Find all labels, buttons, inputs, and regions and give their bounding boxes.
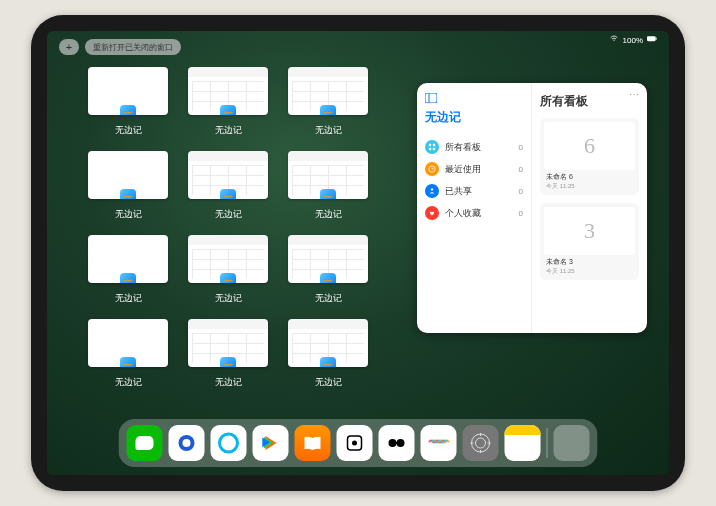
top-buttons: + 重新打开已关闭的窗口 [59,39,181,55]
freeform-app-icon [220,357,236,367]
boards-pane: 所有看板 6未命名 6今天 11:253未命名 3今天 11:25 [532,83,647,333]
thumbnail-preview [288,235,368,283]
dock-app-video[interactable] [253,425,289,461]
battery-icon [647,35,657,45]
window-thumbnail[interactable]: 无边记 [83,319,173,389]
sidebar-item-count: 0 [519,187,523,196]
thumbnail-preview [288,319,368,367]
sidebar-item-share[interactable]: 已共享0 [425,180,523,202]
battery-text: 100% [623,36,643,45]
dock [119,419,598,467]
dock-app-qq[interactable] [169,425,205,461]
dock-app-books[interactable] [295,425,331,461]
svg-rect-5 [433,144,435,146]
window-thumbnail[interactable]: 无边记 [83,235,173,305]
thumbnail-preview [188,151,268,199]
window-thumbnail[interactable]: 无边记 [83,151,173,221]
window-thumbnail[interactable]: 无边记 [283,67,373,137]
dock-app-library[interactable] [554,425,590,461]
dock-app-tool[interactable] [379,425,415,461]
sidebar-item-label: 所有看板 [445,141,481,154]
svg-point-18 [472,434,490,452]
dock-app-qqbrowser[interactable] [211,425,247,461]
svg-rect-2 [425,93,437,103]
freeform-app-icon [120,357,136,367]
board-preview: 6 [544,122,635,170]
freeform-app-window[interactable]: ⋯ 无边记 所有看板0最近使用0已共享0个人收藏0 所有看板 6未命名 6今天 … [417,83,647,333]
sidebar-item-label: 已共享 [445,185,472,198]
thumbnail-label: 无边记 [115,376,142,389]
reopen-closed-window-button[interactable]: 重新打开已关闭的窗口 [85,39,181,55]
thumbnail-label: 无边记 [215,376,242,389]
share-icon [425,184,439,198]
dock-app-game[interactable] [337,425,373,461]
dock-app-settings[interactable] [463,425,499,461]
sidebar-item-count: 0 [519,209,523,218]
svg-point-11 [183,439,191,447]
thumbnail-label: 无边记 [315,292,342,305]
svg-rect-4 [429,144,431,146]
heart-icon [425,206,439,220]
more-icon[interactable]: ⋯ [629,89,639,100]
thumbnail-label: 无边记 [315,376,342,389]
freeform-app-icon [320,357,336,367]
thumbnail-preview [188,319,268,367]
board-date: 今天 11:25 [544,267,635,276]
board-card[interactable]: 6未命名 6今天 11:25 [540,118,639,195]
freeform-app-icon [220,105,236,115]
sidebar-item-clock[interactable]: 最近使用0 [425,158,523,180]
freeform-app-icon [220,189,236,199]
freeform-app-icon [120,105,136,115]
thumbnail-label: 无边记 [215,124,242,137]
sidebar-item-label: 最近使用 [445,163,481,176]
window-thumbnail[interactable]: 无边记 [83,67,173,137]
board-name: 未命名 6 [544,172,635,182]
svg-point-12 [220,434,238,452]
thumbnail-preview [188,235,268,283]
screen: 100% + 重新打开已关闭的窗口 无边记无边记无边记无边记无边记无边记无边记无… [47,31,669,475]
thumbnail-label: 无边记 [215,208,242,221]
thumbnail-preview [88,67,168,115]
window-thumbnail[interactable]: 无边记 [283,151,373,221]
window-thumbnail[interactable]: 无边记 [183,235,273,305]
thumbnail-preview [88,151,168,199]
thumbnail-label: 无边记 [215,292,242,305]
svg-rect-7 [433,148,435,150]
sidebar-item-grid[interactable]: 所有看板0 [425,136,523,158]
window-thumbnail[interactable]: 无边记 [283,319,373,389]
window-thumbnail[interactable]: 无边记 [283,235,373,305]
dock-app-wechat[interactable] [127,425,163,461]
svg-point-9 [431,188,433,190]
thumbnail-preview [88,235,168,283]
window-thumbnail[interactable]: 无边记 [183,151,273,221]
clock-icon [425,162,439,176]
board-date: 今天 11:25 [544,182,635,191]
freeform-app-icon [120,273,136,283]
svg-rect-1 [656,38,657,40]
new-window-button[interactable]: + [59,39,79,55]
board-preview: 3 [544,207,635,255]
thumbnail-label: 无边记 [115,124,142,137]
app-switcher-grid: 无边记无边记无边记无边记无边记无边记无边记无边记无边记无边记无边记无边记 [83,67,373,389]
sidebar-title: 无边记 [425,109,523,126]
status-bar: 100% [609,35,657,45]
window-thumbnail[interactable]: 无边记 [183,67,273,137]
dock-app-notes[interactable] [505,425,541,461]
sidebar-item-heart[interactable]: 个人收藏0 [425,202,523,224]
thumbnail-preview [288,151,368,199]
boards-title: 所有看板 [540,93,639,110]
svg-point-19 [476,438,486,448]
dock-app-freeform[interactable] [421,425,457,461]
sidebar: 无边记 所有看板0最近使用0已共享0个人收藏0 [417,83,532,333]
window-thumbnail[interactable]: 无边记 [183,319,273,389]
freeform-app-icon [320,189,336,199]
board-name: 未命名 3 [544,257,635,267]
sidebar-item-count: 0 [519,165,523,174]
board-card[interactable]: 3未命名 3今天 11:25 [540,203,639,280]
sidebar-item-count: 0 [519,143,523,152]
sidebar-toggle-icon[interactable] [425,93,523,103]
svg-rect-0 [647,36,656,41]
sidebar-item-label: 个人收藏 [445,207,481,220]
svg-point-14 [352,441,357,446]
thumbnail-label: 无边记 [115,292,142,305]
